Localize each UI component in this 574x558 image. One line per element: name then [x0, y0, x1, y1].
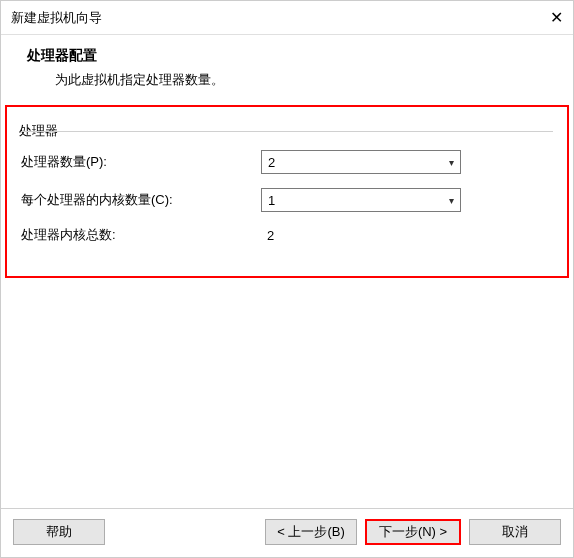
- select-value: 2: [268, 155, 275, 170]
- page-subtitle: 为此虚拟机指定处理器数量。: [55, 71, 547, 89]
- chevron-down-icon: ▾: [449, 157, 454, 168]
- spacer: [1, 278, 573, 508]
- row-total-cores: 处理器内核总数: 2: [21, 226, 553, 244]
- header-section: 处理器配置 为此虚拟机指定处理器数量。: [1, 35, 573, 105]
- value-total-cores: 2: [261, 228, 553, 243]
- page-title: 处理器配置: [27, 47, 547, 65]
- cancel-button[interactable]: 取消: [469, 519, 561, 545]
- select-cores-per-processor[interactable]: 1 ▾: [261, 188, 461, 212]
- wizard-window: 新建虚拟机向导 ✕ 处理器配置 为此虚拟机指定处理器数量。 处理器 处理器数量(…: [0, 0, 574, 558]
- select-processor-count[interactable]: 2 ▾: [261, 150, 461, 174]
- back-button[interactable]: < 上一步(B): [265, 519, 357, 545]
- help-button[interactable]: 帮助: [13, 519, 105, 545]
- chevron-down-icon: ▾: [449, 195, 454, 206]
- fieldset-processors: 处理器 处理器数量(P): 2 ▾ 每个处理器的内核数量(C): 1 ▾: [21, 131, 553, 244]
- row-cores-per-processor: 每个处理器的内核数量(C): 1 ▾: [21, 188, 553, 212]
- titlebar: 新建虚拟机向导 ✕: [1, 1, 573, 35]
- divider: [21, 131, 553, 132]
- row-processor-count: 处理器数量(P): 2 ▾: [21, 150, 553, 174]
- label-processor-count: 处理器数量(P):: [21, 153, 261, 171]
- window-title: 新建虚拟机向导: [11, 9, 102, 27]
- processor-config-group: 处理器 处理器数量(P): 2 ▾ 每个处理器的内核数量(C): 1 ▾: [5, 105, 569, 278]
- next-button[interactable]: 下一步(N) >: [365, 519, 461, 545]
- label-total-cores: 处理器内核总数:: [21, 226, 261, 244]
- select-value: 1: [268, 193, 275, 208]
- label-cores-per-processor: 每个处理器的内核数量(C):: [21, 191, 261, 209]
- footer: 帮助 < 上一步(B) 下一步(N) > 取消: [1, 508, 573, 557]
- close-icon[interactable]: ✕: [523, 8, 563, 27]
